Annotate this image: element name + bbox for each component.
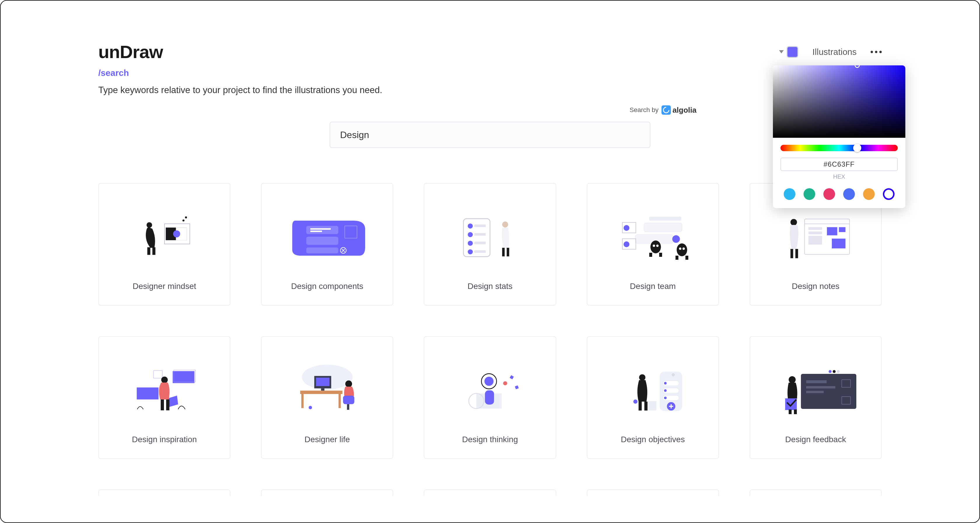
preset-swatch[interactable] [823, 188, 835, 200]
svg-rect-61 [137, 387, 158, 399]
svg-rect-30 [649, 217, 681, 221]
svg-point-38 [651, 241, 661, 254]
svg-point-4 [182, 220, 185, 222]
svg-rect-104 [806, 386, 835, 389]
svg-point-111 [789, 376, 795, 383]
svg-point-91 [664, 382, 667, 385]
preset-swatch[interactable] [843, 188, 855, 200]
chevron-down-icon [779, 50, 784, 53]
brand-logo[interactable]: unDraw [98, 41, 163, 62]
more-menu-icon[interactable] [870, 51, 882, 53]
hue-slider[interactable] [781, 145, 898, 151]
svg-rect-10 [310, 228, 331, 230]
svg-point-93 [664, 397, 667, 399]
svg-point-21 [468, 232, 473, 237]
svg-rect-82 [485, 391, 494, 405]
svg-rect-31 [644, 223, 682, 232]
result-title: Design components [291, 282, 363, 291]
svg-rect-72 [316, 378, 329, 386]
results-grid: Designer mindset [98, 183, 882, 459]
result-card[interactable]: Design thinking [424, 336, 556, 459]
svg-rect-66 [166, 399, 169, 410]
svg-rect-54 [839, 227, 846, 232]
result-card[interactable]: Design components [261, 183, 393, 306]
result-card[interactable]: Design stats [424, 183, 556, 306]
color-picker-popover: HEX [773, 65, 905, 208]
svg-rect-26 [474, 250, 485, 253]
hex-input[interactable] [781, 158, 898, 171]
saturation-cursor-icon[interactable] [854, 65, 860, 68]
svg-point-40 [656, 245, 659, 247]
svg-point-100 [633, 400, 638, 403]
result-title: Design inspiration [132, 435, 197, 444]
svg-point-97 [639, 374, 646, 381]
result-title: Design notes [792, 282, 839, 291]
result-card[interactable]: Design objectives [587, 336, 719, 459]
svg-rect-70 [338, 394, 340, 408]
svg-rect-101 [648, 401, 657, 410]
svg-point-79 [484, 377, 493, 386]
svg-rect-7 [147, 247, 150, 255]
preset-colors [773, 182, 905, 208]
color-picker-trigger[interactable] [779, 46, 798, 58]
result-card[interactable]: Design inspiration [98, 336, 231, 459]
svg-point-43 [677, 243, 687, 256]
results-row-partial [98, 490, 882, 496]
svg-point-74 [345, 381, 352, 387]
svg-rect-28 [502, 248, 505, 256]
current-color-swatch [787, 46, 798, 58]
svg-point-27 [502, 222, 508, 228]
svg-point-23 [468, 241, 473, 246]
search-input[interactable] [329, 122, 651, 148]
svg-point-83 [503, 381, 507, 386]
page-subtitle: Type keywords relative to your project t… [98, 85, 882, 96]
svg-rect-9 [306, 226, 338, 234]
result-card[interactable]: Designer mindset [98, 183, 231, 306]
svg-point-56 [791, 219, 797, 225]
svg-point-37 [624, 241, 629, 247]
result-card[interactable]: Design feedback [749, 336, 882, 459]
svg-rect-12 [306, 237, 338, 245]
svg-rect-76 [347, 404, 349, 410]
svg-rect-29 [507, 248, 509, 256]
nav-illustrations[interactable]: Illustrations [812, 47, 857, 57]
svg-rect-53 [827, 227, 837, 235]
svg-rect-47 [686, 256, 688, 260]
svg-rect-103 [806, 380, 827, 383]
svg-point-33 [672, 235, 680, 243]
saturation-area[interactable] [773, 65, 905, 138]
illustration-thumbnail [757, 347, 874, 430]
svg-rect-8 [152, 247, 155, 255]
svg-point-6 [146, 222, 152, 228]
result-title: Designer mindset [133, 282, 196, 291]
result-title: Design team [630, 282, 676, 291]
svg-rect-24 [474, 242, 485, 245]
result-title: Design stats [468, 282, 512, 291]
svg-rect-68 [300, 391, 342, 394]
svg-rect-13 [306, 247, 338, 254]
preset-swatch[interactable] [784, 188, 795, 200]
algolia-name: algolia [673, 106, 697, 115]
svg-rect-50 [808, 227, 822, 230]
svg-rect-105 [806, 391, 824, 393]
preset-swatch[interactable] [803, 188, 815, 200]
hue-thumb-icon[interactable] [853, 144, 861, 152]
svg-point-25 [468, 250, 473, 255]
preset-swatch[interactable] [863, 188, 875, 200]
svg-point-108 [829, 370, 832, 373]
preset-swatch[interactable] [883, 188, 894, 200]
algolia-icon [662, 105, 671, 115]
illustration-thumbnail [269, 347, 386, 430]
search-powered-by[interactable]: Search by algolia [630, 105, 697, 115]
svg-point-5 [185, 217, 187, 218]
result-card[interactable]: Designer life [261, 336, 393, 459]
svg-rect-46 [676, 256, 678, 260]
svg-point-19 [468, 223, 473, 228]
svg-point-45 [682, 247, 685, 250]
result-title: Designer life [304, 435, 350, 444]
illustration-thumbnail [106, 347, 223, 430]
result-card[interactable]: Design team [587, 183, 719, 306]
svg-point-110 [837, 370, 840, 373]
svg-point-39 [653, 245, 655, 247]
svg-point-77 [309, 406, 312, 410]
